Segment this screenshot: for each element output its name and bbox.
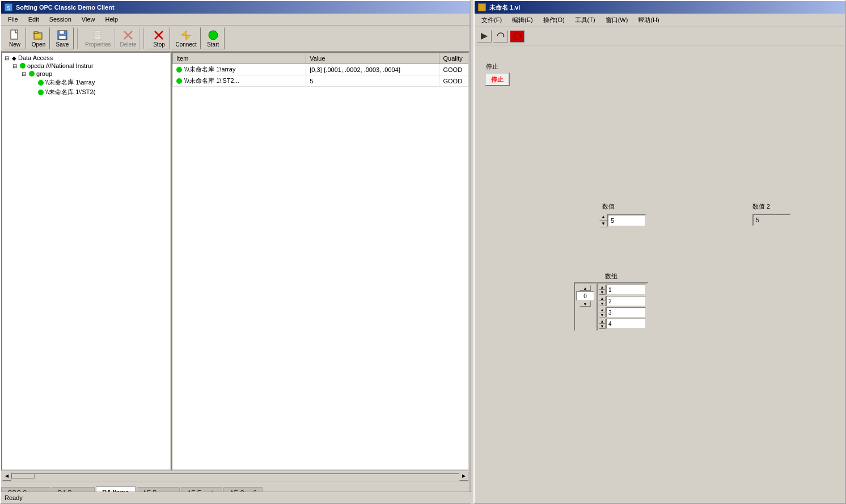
- opc-toolbar: New Open Save Properties Delete: [1, 26, 469, 52]
- array-row-3: ▲ ▼ 4: [599, 319, 646, 329]
- toolbar-sep-2: [143, 28, 144, 49]
- scroll-right-btn[interactable]: ▶: [459, 472, 468, 481]
- toolbar-save-button[interactable]: Save: [51, 27, 74, 49]
- status-text: Ready: [5, 494, 23, 501]
- opc-window: S Softing OPC Classic Demo Client File E…: [0, 0, 471, 504]
- toolbar-properties-button[interactable]: Properties: [81, 27, 115, 49]
- col-item: Item: [173, 53, 306, 64]
- value-label: 数值: [602, 202, 615, 211]
- tree-group[interactable]: ⊟ group: [3, 70, 169, 78]
- array-index-up[interactable]: ▲: [579, 285, 591, 291]
- table-cell-quality: GOOD: [439, 64, 468, 75]
- cell-0-up[interactable]: ▲: [599, 285, 606, 290]
- value-down-arrow[interactable]: ▼: [599, 221, 607, 227]
- item-array-status-icon: [38, 80, 44, 86]
- lv-menu-file[interactable]: 文件(F): [477, 15, 506, 26]
- menu-edit[interactable]: Edit: [24, 15, 44, 24]
- lv-window: 未命名 1.vi 文件(F) 编辑(E) 操作(O) 工具(T) 窗口(W) 帮…: [473, 0, 846, 504]
- stop-control-label: 停止: [486, 62, 498, 71]
- array-cell-2[interactable]: 3: [606, 307, 646, 317]
- opc-title-bar: S Softing OPC Classic Demo Client: [1, 1, 469, 14]
- table-row[interactable]: \\\未命名库 1\array[0,3] {.0001, .0002, .000…: [173, 64, 468, 75]
- cell-0-arrows: ▲ ▼: [599, 285, 606, 295]
- lv-stop-btn[interactable]: [510, 30, 524, 43]
- lv-menu-bar: 文件(F) 编辑(E) 操作(O) 工具(T) 窗口(W) 帮助(H): [475, 14, 845, 27]
- lv-menu-window[interactable]: 窗口(W): [601, 15, 633, 26]
- menu-session[interactable]: Session: [45, 15, 76, 24]
- lv-run-btn[interactable]: [477, 30, 492, 43]
- toolbar-stop-button[interactable]: Stop: [147, 27, 170, 49]
- tree-root[interactable]: ⊟ ◆ Data Access: [3, 54, 169, 62]
- stop-circle-icon: [513, 32, 521, 40]
- cell-3-up[interactable]: ▲: [599, 319, 606, 324]
- value-up-arrow[interactable]: ▲: [599, 214, 607, 221]
- cell-3-down[interactable]: ▼: [599, 324, 606, 329]
- svg-rect-1: [34, 33, 42, 39]
- start-icon: [207, 29, 219, 41]
- server-status-icon: [20, 63, 26, 69]
- value-display[interactable]: 5: [607, 214, 646, 227]
- h-scrollbar-thumb[interactable]: [12, 474, 35, 478]
- expand-server: ⊟: [12, 63, 18, 69]
- run-arrow-icon: [480, 32, 489, 41]
- opc-title-icon: S: [5, 3, 12, 11]
- toolbar-start-button[interactable]: Start: [202, 27, 225, 49]
- toolbar-new-button[interactable]: New: [3, 27, 26, 49]
- tree-server[interactable]: ⊟ opcda:///National Instrur: [3, 62, 169, 70]
- h-scrollbar[interactable]: ◀ ▶: [1, 471, 469, 481]
- toolbar-open-button[interactable]: Open: [27, 27, 50, 49]
- expand-root: ⊟: [5, 55, 10, 61]
- save-icon: [56, 29, 69, 41]
- table-cell-quality: GOOD: [439, 75, 468, 87]
- value2-control: 5: [752, 214, 791, 226]
- tree-server-label: opcda:///National Instrur: [27, 62, 94, 69]
- menu-file[interactable]: File: [3, 15, 23, 24]
- lv-title-text: 未命名 1.vi: [489, 3, 520, 12]
- cell-3-arrows: ▲ ▼: [599, 319, 606, 329]
- tree-panel[interactable]: ⊟ ◆ Data Access ⊟ opcda:///National Inst…: [1, 52, 171, 471]
- array-index-container: ▲ 0 ▼: [574, 282, 597, 331]
- value2-display: 5: [752, 214, 791, 226]
- array-label: 数组: [605, 272, 617, 281]
- cell-0-down[interactable]: ▼: [599, 290, 606, 295]
- tree-item-st2[interactable]: \\未命名库 1\'ST2(: [3, 87, 169, 97]
- lv-toolbar: [475, 27, 845, 45]
- opc-title-text: Softing OPC Classic Demo Client: [16, 4, 115, 11]
- menu-view[interactable]: View: [77, 15, 100, 24]
- array-row-1: ▲ ▼ 2: [599, 296, 646, 306]
- new-icon: [9, 29, 21, 41]
- lv-menu-operate[interactable]: 操作(O): [539, 15, 569, 26]
- array-cell-0[interactable]: 1: [606, 285, 646, 295]
- scroll-left-btn[interactable]: ◀: [2, 472, 11, 481]
- diamond-icon: ◆: [12, 55, 16, 61]
- h-scrollbar-track[interactable]: [11, 473, 459, 479]
- svg-rect-0: [11, 30, 18, 39]
- opc-menu-bar: File Edit Session View Help: [1, 14, 469, 26]
- array-cell-3[interactable]: 4: [606, 319, 646, 329]
- tree-item-array[interactable]: \\未命名库 1\array: [3, 78, 169, 87]
- lv-continuous-run-btn[interactable]: [493, 30, 508, 43]
- cell-1-down[interactable]: ▼: [599, 301, 606, 306]
- cell-1-up[interactable]: ▲: [599, 296, 606, 301]
- array-cell-1[interactable]: 2: [606, 296, 646, 306]
- status-bar: Ready: [1, 492, 472, 503]
- table-panel[interactable]: Item Value Quality \\\未命名库 1\array[0,3] …: [171, 52, 469, 471]
- toolbar-sep-1: [77, 28, 78, 49]
- array-index-value[interactable]: 0: [576, 291, 594, 300]
- array-index-down[interactable]: ▼: [579, 301, 591, 307]
- cell-2-down[interactable]: ▼: [599, 312, 606, 317]
- menu-help[interactable]: Help: [101, 15, 123, 24]
- toolbar-delete-button[interactable]: Delete: [116, 27, 141, 49]
- svg-rect-5: [59, 36, 66, 39]
- toolbar-connect-button[interactable]: Connect: [171, 27, 200, 49]
- cell-2-up[interactable]: ▲: [599, 307, 606, 312]
- stop-button[interactable]: 停止: [485, 73, 510, 86]
- col-value: Value: [306, 53, 439, 64]
- lv-menu-tools[interactable]: 工具(T): [570, 15, 600, 26]
- svg-rect-4: [60, 31, 64, 34]
- table-row[interactable]: \\\未命名库 1\'ST2...5GOOD: [173, 75, 468, 87]
- lv-menu-edit[interactable]: 编辑(E): [507, 15, 538, 26]
- value-control: ▲ ▼ 5: [599, 214, 646, 227]
- main-content: ⊟ ◆ Data Access ⊟ opcda:///National Inst…: [1, 52, 469, 471]
- lv-menu-help[interactable]: 帮助(H): [633, 15, 663, 26]
